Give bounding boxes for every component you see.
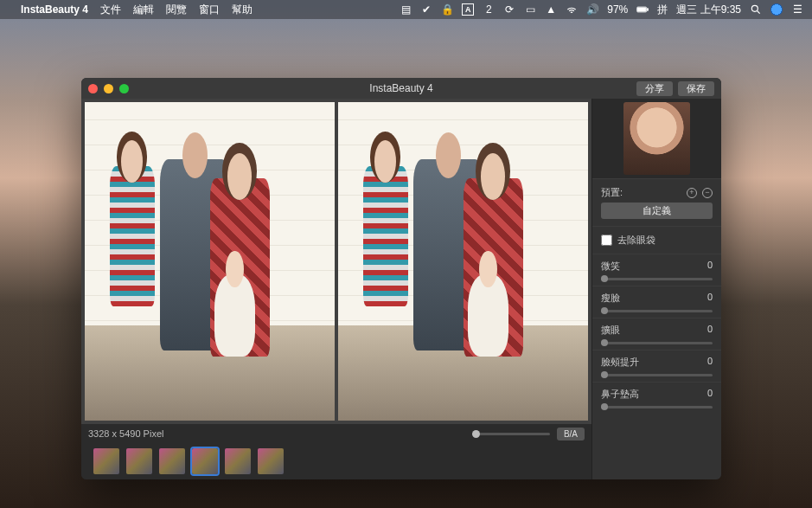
status-bar: 3328 x 5490 Pixel B/A xyxy=(81,424,591,443)
menubar-app-name[interactable]: InstaBeauty 4 xyxy=(21,3,88,16)
safari-icon[interactable] xyxy=(770,3,783,16)
menu-edit[interactable]: 編輯 xyxy=(133,3,154,17)
slider-1: 瘦臉0 xyxy=(592,286,721,318)
svg-point-3 xyxy=(751,5,758,11)
svg-line-4 xyxy=(758,11,760,14)
menu-view[interactable]: 閱覽 xyxy=(166,3,187,17)
remove-eyebag-label: 去除眼袋 xyxy=(617,234,655,247)
ime-indicator[interactable]: 拼 xyxy=(657,3,668,17)
battery-icon[interactable] xyxy=(636,3,649,16)
airplay-icon[interactable]: ▲ xyxy=(545,3,557,16)
zoom-slider-thumb[interactable] xyxy=(472,430,480,438)
menu-file[interactable]: 文件 xyxy=(100,3,121,17)
slider-label: 臉頰提升 xyxy=(601,356,639,369)
slider-value: 0 xyxy=(707,388,713,401)
slider-3: 臉頰提升0 xyxy=(592,350,721,382)
thumbnail[interactable] xyxy=(258,448,284,474)
preset-label: 預置: xyxy=(601,186,623,199)
lock-icon[interactable]: 🔒 xyxy=(441,3,453,16)
slider-value: 0 xyxy=(707,260,713,273)
slider-0: 微笑0 xyxy=(592,254,721,286)
slider-thumb[interactable] xyxy=(601,307,608,314)
slider-thumb[interactable] xyxy=(601,403,608,410)
slider-4: 鼻子墊高0 xyxy=(592,382,721,414)
slider-thumb[interactable] xyxy=(601,339,608,346)
window-title: InstaBeauty 4 xyxy=(81,82,721,94)
menu-help[interactable]: 幫助 xyxy=(232,3,253,17)
slider-label: 擴眼 xyxy=(601,324,620,337)
thumbnail[interactable] xyxy=(93,448,119,474)
slider-track[interactable] xyxy=(601,278,713,280)
slider-value: 0 xyxy=(707,324,713,337)
macos-menubar: InstaBeauty 4 文件 編輯 閱覽 窗口 幫助 ▤ ✔ 🔒 A 2 ⟳… xyxy=(0,0,812,19)
sync-icon[interactable]: ⟳ xyxy=(503,3,515,16)
slider-thumb[interactable] xyxy=(601,371,608,378)
volume-icon[interactable]: 🔊 xyxy=(586,3,598,16)
slider-track[interactable] xyxy=(601,406,713,408)
image-after[interactable] xyxy=(338,102,588,421)
slider-label: 瘦臉 xyxy=(601,292,620,305)
controls-sidebar: 預置: + − 自定義 去除眼袋 微笑0瘦臉0擴眼0臉頰提升0鼻子墊高0 xyxy=(591,99,721,479)
remove-eyebag-checkbox[interactable] xyxy=(601,235,612,246)
slider-2: 擴眼0 xyxy=(592,318,721,350)
window-minimize-button[interactable] xyxy=(104,84,113,93)
adobe-icon[interactable]: A xyxy=(462,3,474,16)
window-titlebar: InstaBeauty 4 分享 保存 xyxy=(81,78,721,99)
menubar-extra-icon[interactable]: ▤ xyxy=(400,3,412,16)
thumbnail[interactable] xyxy=(126,448,152,474)
share-button[interactable]: 分享 xyxy=(636,81,673,96)
save-button[interactable]: 保存 xyxy=(678,81,714,96)
face-selector xyxy=(592,99,721,178)
eyebag-panel: 去除眼袋 xyxy=(592,226,721,254)
before-after-canvas xyxy=(81,99,591,424)
editor-left-pane: 3328 x 5490 Pixel B/A xyxy=(81,99,591,479)
window-close-button[interactable] xyxy=(88,84,98,93)
slider-label: 微笑 xyxy=(601,260,620,273)
svg-rect-2 xyxy=(638,8,646,11)
before-after-toggle[interactable]: B/A xyxy=(557,428,585,440)
slider-label: 鼻子墊高 xyxy=(601,388,639,401)
wifi-icon[interactable] xyxy=(566,3,578,16)
thumbnail[interactable] xyxy=(225,448,251,474)
slider-thumb[interactable] xyxy=(601,275,608,282)
image-dimensions: 3328 x 5490 Pixel xyxy=(88,428,163,439)
slider-value: 0 xyxy=(707,356,713,369)
preset-panel: 預置: + − 自定義 xyxy=(592,178,721,226)
zoom-slider[interactable] xyxy=(472,433,550,435)
number-2-icon[interactable]: 2 xyxy=(483,3,495,16)
slider-track[interactable] xyxy=(601,342,713,344)
add-preset-icon[interactable]: + xyxy=(687,188,697,198)
display-icon[interactable]: ▭ xyxy=(524,3,536,16)
slider-track[interactable] xyxy=(601,310,713,312)
spotlight-icon[interactable] xyxy=(750,3,762,16)
window-zoom-button[interactable] xyxy=(119,84,129,93)
notification-center-icon[interactable]: ☰ xyxy=(791,3,803,16)
thumbnail-strip xyxy=(81,443,591,479)
svg-rect-1 xyxy=(648,9,649,10)
thumbnail-selected[interactable] xyxy=(192,448,218,474)
menubar-v-icon[interactable]: ✔ xyxy=(420,3,432,16)
face-thumb-main[interactable] xyxy=(623,102,690,175)
slider-value: 0 xyxy=(707,292,713,305)
image-before[interactable] xyxy=(85,102,335,421)
app-window: InstaBeauty 4 分享 保存 3328 x 54 xyxy=(81,78,721,479)
thumbnail[interactable] xyxy=(159,448,185,474)
menubar-clock[interactable]: 週三 上午9:35 xyxy=(676,3,741,17)
battery-percent[interactable]: 97% xyxy=(607,3,628,16)
preset-dropdown[interactable]: 自定義 xyxy=(601,203,713,219)
slider-track[interactable] xyxy=(601,374,713,376)
menu-window[interactable]: 窗口 xyxy=(199,3,220,17)
remove-preset-icon[interactable]: − xyxy=(702,188,713,198)
